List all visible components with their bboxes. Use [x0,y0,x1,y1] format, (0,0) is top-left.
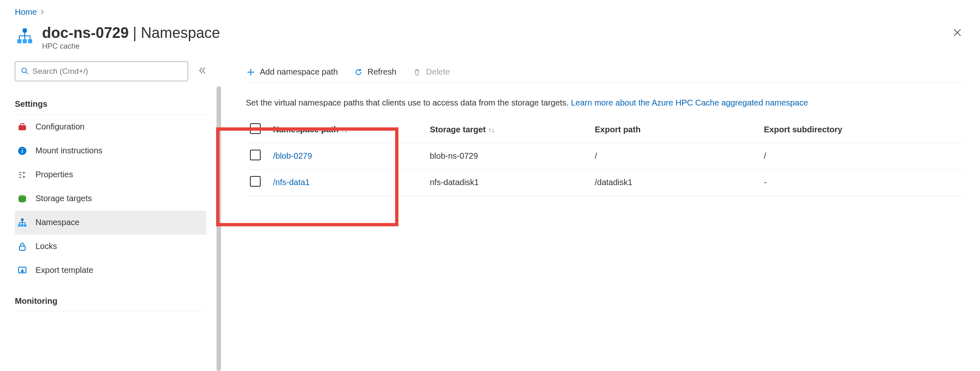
sidebar: Settings Configuration Mount instruction… [15,61,221,371]
col-export-subdir[interactable]: Export subdirectory [760,117,964,143]
search-box[interactable] [15,61,188,81]
svg-rect-14 [24,224,26,227]
namespace-table: Namespace path↑↓ Storage target↑↓ Export… [246,117,964,196]
page-header: doc-ns-0729 | Namespace HPC cache [15,24,964,51]
select-all-header[interactable] [246,117,269,143]
sort-icon: ↑↓ [488,127,495,134]
chevron-double-left-icon [198,67,206,76]
sidebar-item-locks[interactable]: Locks [15,235,206,258]
collapse-sidebar-button[interactable] [198,66,206,77]
sidebar-item-label: Export template [35,265,93,275]
svg-rect-2 [23,39,27,43]
svg-rect-9 [22,148,23,149]
export-subdir-cell: / [760,143,964,169]
search-input[interactable] [33,67,182,76]
storage-target-cell: blob-ns-0729 [426,143,591,169]
svg-rect-11 [21,218,24,221]
export-path-cell: /datadisk1 [591,169,760,196]
svg-rect-15 [19,246,25,250]
export-path-cell: / [591,143,760,169]
breadcrumb: Home [15,7,964,17]
svg-rect-8 [22,150,23,153]
row-checkbox-cell[interactable] [246,169,269,196]
close-icon [953,28,962,37]
namespace-path-link[interactable]: /nfs-data1 [269,169,426,196]
learn-more-link[interactable]: Learn more about the Azure HPC Cache agg… [571,98,808,107]
page-title: doc-ns-0729 | Namespace [42,24,941,41]
sort-icon: ↑↓ [341,127,348,134]
row-checkbox-cell[interactable] [246,143,269,169]
toolbox-icon [16,121,28,133]
sidebar-item-namespace[interactable]: Namespace [15,211,206,235]
svg-rect-12 [18,224,21,227]
sidebar-item-label: Properties [35,170,73,179]
sidebar-section-settings: Settings [15,95,206,115]
svg-rect-6 [21,124,24,126]
sidebar-item-label: Locks [35,242,57,251]
sidebar-item-configuration[interactable]: Configuration [15,115,206,139]
sidebar-section-monitoring: Monitoring [15,292,206,312]
table-row[interactable]: /nfs-data1 nfs-datadisk1 /datadisk1 - [246,169,964,196]
namespace-icon [16,217,28,228]
checkbox-icon[interactable] [250,150,261,160]
svg-rect-1 [17,39,21,43]
chevron-right-icon [40,9,45,16]
storage-target-cell: nfs-datadisk1 [426,169,591,196]
table-row[interactable]: /blob-0279 blob-ns-0729 / / [246,143,964,169]
plus-icon [246,67,256,77]
properties-icon [16,169,28,181]
refresh-icon [353,67,363,77]
main-content: Add namespace path Refresh Delete S [221,61,964,371]
sidebar-scrollbar[interactable] [217,86,221,371]
storage-icon [16,193,28,204]
namespace-path-link[interactable]: /blob-0279 [269,143,426,169]
description-text: Set the virtual namespace paths that cli… [246,98,571,107]
sidebar-item-label: Configuration [35,122,85,131]
resource-name: doc-ns-0729 [42,24,129,41]
toolbar: Add namespace path Refresh Delete [246,61,964,83]
sidebar-item-properties[interactable]: Properties [15,163,206,187]
table-header-row: Namespace path↑↓ Storage target↑↓ Export… [246,117,964,143]
add-namespace-path-button[interactable]: Add namespace path [246,67,338,77]
delete-button: Delete [412,67,450,77]
info-icon [16,145,28,157]
col-namespace-path[interactable]: Namespace path↑↓ [269,117,426,143]
page-name: Namespace [141,24,220,41]
svg-rect-0 [23,28,27,33]
checkbox-icon[interactable] [250,123,261,134]
description: Set the virtual namespace paths that cli… [246,97,964,108]
sidebar-item-storage-targets[interactable]: Storage targets [15,187,206,211]
lock-icon [16,241,28,252]
svg-rect-13 [21,224,24,227]
col-export-path[interactable]: Export path [591,117,760,143]
checkbox-icon[interactable] [250,176,261,187]
close-button[interactable] [949,24,966,42]
toolbar-label: Add namespace path [260,67,338,77]
export-subdir-cell: - [760,169,964,196]
sidebar-item-label: Mount instructions [35,146,102,155]
svg-point-4 [22,68,26,73]
breadcrumb-home[interactable]: Home [15,7,37,17]
toolbar-label: Refresh [368,67,396,77]
sidebar-item-mount-instructions[interactable]: Mount instructions [15,139,206,163]
toolbar-label: Delete [426,67,450,77]
trash-icon [412,67,422,77]
sidebar-item-label: Storage targets [35,194,92,203]
export-icon [16,265,28,276]
resource-type: HPC cache [42,42,941,51]
title-separator: | [129,24,141,41]
namespace-resource-icon [15,26,35,46]
col-storage-target[interactable]: Storage target↑↓ [426,117,591,143]
refresh-button[interactable]: Refresh [353,67,396,77]
sidebar-item-export-template[interactable]: Export template [15,258,206,282]
sidebar-item-label: Namespace [35,218,80,227]
search-icon [21,67,28,76]
svg-rect-3 [28,39,32,43]
